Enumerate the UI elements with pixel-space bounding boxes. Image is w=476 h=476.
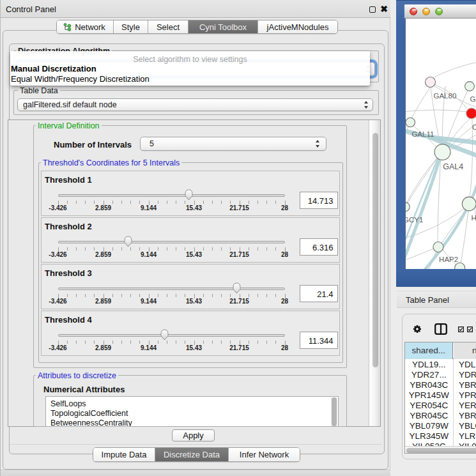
network-edge[interactable] <box>470 119 473 197</box>
interval-definition-label: Interval Definition <box>36 121 102 130</box>
bottom-tab-discretize-data[interactable]: Discretize Data <box>155 448 229 461</box>
apply-button[interactable]: Apply <box>172 429 215 441</box>
gear-icon[interactable] <box>413 325 422 334</box>
close-red-icon[interactable] <box>410 8 417 15</box>
red-node[interactable] <box>466 108 476 119</box>
column-header-shared-name[interactable]: shared... <box>405 342 453 359</box>
zoom-green-icon[interactable] <box>435 8 443 15</box>
table-row[interactable]: YPR145WYPR1 <box>405 390 476 400</box>
GA-node[interactable] <box>464 81 474 91</box>
numerical-attributes-list[interactable]: SelfLoopsTopologicalCoefficientBetweenne… <box>45 396 339 427</box>
network-edge[interactable] <box>406 154 440 250</box>
table-hscrollbar-thumb[interactable] <box>406 448 476 454</box>
attributes-scrollbar-track[interactable] <box>331 397 337 426</box>
slider-track[interactable] <box>58 241 285 243</box>
checkbox-icon[interactable] <box>467 326 473 332</box>
network-edge[interactable] <box>406 249 434 261</box>
slider-tick-label: -3.426 <box>42 204 74 211</box>
attribute-list-item[interactable]: BetweennessCentrality <box>50 418 132 426</box>
bottom-tab-impute-data[interactable]: Impute Data <box>93 448 155 461</box>
tab-style[interactable]: Style <box>114 20 148 33</box>
table-row[interactable]: YBR045CYBR0 <box>405 411 476 421</box>
HAP2-node[interactable] <box>433 242 443 252</box>
slider-minor-tick <box>203 201 204 204</box>
GAL11-node[interactable] <box>406 118 415 127</box>
table-cell: YDL19... <box>405 359 453 369</box>
number-of-intervals-combobox[interactable]: 5 <box>140 137 326 151</box>
bottom-tab-infer-network[interactable]: Infer Network <box>229 448 300 461</box>
tab-select[interactable]: Select <box>148 20 188 33</box>
threshold-value-field[interactable]: 14.713 <box>300 192 338 209</box>
tab-cyni-toolbox[interactable]: Cyni Toolbox <box>188 20 258 33</box>
attribute-list-item[interactable]: TopologicalCoefficient <box>50 409 128 418</box>
threshold-panel-4: Threshold 4-3.4262.8599.14415.4321.71528… <box>41 311 340 356</box>
bottom-tab-label: Impute Data <box>102 450 147 459</box>
slider-minor-tick <box>67 294 68 297</box>
slider-track[interactable] <box>58 334 285 337</box>
slider-thumb[interactable] <box>160 329 169 341</box>
threshold-value-field[interactable]: 6.316 <box>300 238 338 256</box>
slider-minor-tick <box>167 201 167 204</box>
table-row[interactable]: YDL19...YDL1 <box>405 359 476 369</box>
slider-thumb[interactable] <box>184 189 194 201</box>
control-panel-titlebar[interactable]: Control Panel ✖ <box>1 0 391 18</box>
network-edge[interactable] <box>433 62 476 78</box>
slider-minor-tick <box>176 294 176 297</box>
tab-label: Cyni Toolbox <box>199 22 247 32</box>
network-window-titlebar[interactable] <box>404 4 476 19</box>
tab-jactivemnodules[interactable]: jActiveMNodules <box>258 20 337 33</box>
slider-tick-label: 28 <box>269 204 301 211</box>
threshold-value-field[interactable]: 21.4 <box>300 285 338 302</box>
slider-minor-tick <box>167 341 167 344</box>
table-row[interactable]: YLR345WYLR3 <box>405 431 476 441</box>
slider-tick-label: 9.144 <box>133 251 165 258</box>
table-panel-titlebar[interactable]: Table Panel <box>397 291 476 308</box>
slider-minor-tick <box>158 294 158 297</box>
column-header-name[interactable]: na <box>454 342 476 359</box>
slider-minor-tick <box>130 247 131 250</box>
minimize-yellow-icon[interactable] <box>422 8 430 15</box>
columns-icon[interactable] <box>434 323 447 335</box>
slider-minor-tick <box>67 247 68 250</box>
slider-thumb[interactable] <box>123 236 133 247</box>
float-window-icon[interactable] <box>369 6 376 13</box>
GAL80-node[interactable] <box>425 77 435 87</box>
table-panel-window: Table Panel <box>396 287 476 476</box>
threshold-label: Threshold 1 <box>45 175 92 185</box>
settings-scrollbar-thumb[interactable] <box>372 133 378 367</box>
slider-track[interactable] <box>58 288 285 290</box>
H-node[interactable] <box>462 197 476 211</box>
table-row[interactable]: YBR043CYBR0 <box>405 380 476 390</box>
network-edge[interactable] <box>407 154 440 204</box>
attributes-scrollbar-thumb[interactable] <box>332 397 337 426</box>
threshold-value: 11.344 <box>309 335 334 345</box>
slider-track[interactable] <box>58 194 285 197</box>
popup-item-manual-discretization[interactable]: Manual Discretization <box>11 64 96 73</box>
popup-item-equal-width[interactable]: Equal Width/Frequency Discretization <box>11 74 150 84</box>
slider-minor-tick <box>158 201 158 204</box>
checkbox-icon[interactable] <box>458 326 464 332</box>
edge-node[interactable] <box>454 263 464 269</box>
settings-scrollbar-track[interactable] <box>369 120 380 426</box>
GCY1-node[interactable] <box>406 202 410 211</box>
table-row[interactable]: YDR27...YDR2 <box>405 369 476 380</box>
attribute-list-item[interactable]: SelfLoops <box>50 399 86 409</box>
GAL4-node[interactable] <box>434 144 450 160</box>
thresholds-group-label: Threshold's Coordinates for 5 Intervals <box>41 158 181 167</box>
screen: Control Panel ✖ NetworkStyleSelectCyni T… <box>0 0 476 476</box>
threshold-value-field[interactable]: 11.344 <box>300 332 338 349</box>
slider-thumb[interactable] <box>232 282 242 294</box>
table-row[interactable]: YBL079WYBL0 <box>405 421 476 431</box>
table-data-combobox[interactable]: galFiltered.sif default node <box>17 98 373 111</box>
table-row[interactable]: YER054CYER0 <box>405 400 476 410</box>
close-icon[interactable]: ✖ <box>379 4 389 18</box>
popup-placeholder-item[interactable]: Select algorithm to view settings <box>10 55 370 64</box>
network-edge[interactable] <box>411 88 430 118</box>
slider-tick-label: 2.859 <box>88 251 119 258</box>
tab-network[interactable]: Network <box>57 20 114 33</box>
slider-minor-tick <box>230 341 231 344</box>
table-hscrollbar-track[interactable] <box>405 446 476 454</box>
table-cell: YBR043C <box>405 380 453 390</box>
slider-tick-label: 9.144 <box>133 298 165 305</box>
network-canvas[interactable]: GAL80GACGAL11GAL4GCY1HHAP2 <box>405 19 476 270</box>
